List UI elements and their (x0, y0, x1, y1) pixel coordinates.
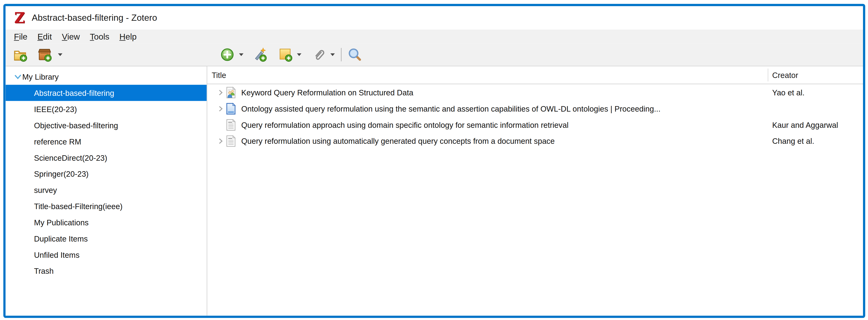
sidebar-item-label: survey (34, 185, 57, 194)
menu-view[interactable]: View (57, 31, 85, 42)
toolbar-separator (341, 48, 341, 61)
item-creator: Yao et al. (772, 88, 805, 96)
sidebar-item-sciencedirect-20-23-[interactable]: ScienceDirect(20-23) (5, 149, 207, 166)
new-note-button[interactable] (278, 48, 292, 62)
menu-help[interactable]: Help (114, 31, 142, 42)
column-header-title[interactable]: Title (212, 70, 226, 79)
new-note-dropdown-arrow-icon[interactable] (296, 53, 302, 57)
sidebar-item-label: Duplicate Items (34, 234, 88, 243)
sidebar-item-duplicate-items[interactable]: Duplicate Items (5, 230, 207, 246)
sidebar-item-my-publications[interactable]: My Publications (5, 214, 207, 230)
menu-bar: FileEditViewToolsHelp (5, 30, 863, 43)
menu-edit[interactable]: Edit (32, 31, 57, 42)
item-creator: Kaur and Aggarwal (772, 120, 838, 129)
items-list: Keyword Query Reformulation on Structure… (207, 84, 863, 149)
sidebar-item-label: Trash (34, 266, 54, 275)
toolbar (5, 43, 863, 66)
sidebar-item-title-based-filtering-ieee-[interactable]: Title-based-Filtering(ieee) (5, 198, 207, 214)
chevron-right-icon[interactable] (217, 137, 225, 145)
collections-pane: My LibraryAbstract-based-filteringIEEE(2… (5, 66, 207, 316)
add-attachment-dropdown-arrow-icon[interactable] (330, 53, 335, 57)
zotero-window: Z Abstract-based-filtering - Zotero File… (3, 4, 865, 318)
menu-file[interactable]: File (9, 31, 32, 42)
column-header-creator[interactable]: Creator (772, 70, 798, 79)
item-row[interactable]: Ontology assisted query reformulation us… (207, 100, 863, 117)
sidebar-item-survey[interactable]: survey (5, 182, 207, 198)
item-creator: Chang et al. (772, 136, 814, 145)
sidebar-item-label: Springer(20-23) (34, 169, 89, 178)
new-library-button[interactable] (37, 48, 52, 62)
chevron-right-icon[interactable] (217, 105, 225, 113)
item-title: Ontology assisted query reformulation us… (241, 104, 660, 113)
sidebar-item-unfiled-items[interactable]: Unfiled Items (5, 246, 207, 263)
add-attachment-button[interactable] (312, 48, 327, 62)
sidebar-item-my-library[interactable]: My Library (5, 69, 207, 85)
conference-paper-icon (225, 86, 237, 99)
window-title: Abstract-based-filtering - Zotero (32, 13, 157, 23)
sidebar-item-label: Title-based-Filtering(ieee) (34, 202, 123, 210)
sidebar-item-label: My Publications (34, 218, 89, 227)
new-library-dropdown-arrow-icon[interactable] (57, 53, 63, 57)
menu-tools[interactable]: Tools (85, 31, 114, 42)
sidebar-item-abstract-based-filtering[interactable]: Abstract-based-filtering (5, 85, 207, 101)
new-item-button[interactable] (220, 48, 235, 62)
sidebar-item-label: Objective-based-filtering (34, 121, 118, 129)
sidebar-item-trash[interactable]: Trash (5, 263, 207, 279)
item-title: Query reformulation approach using domai… (241, 120, 568, 129)
items-list-header: Title Creator (207, 66, 863, 84)
add-by-identifier-button[interactable] (252, 48, 267, 62)
item-row[interactable]: Query reformulation approach using domai… (207, 117, 863, 133)
zotero-logo-icon: Z (12, 10, 27, 26)
sidebar-item-springer-20-23-[interactable]: Springer(20-23) (5, 166, 207, 182)
sidebar-item-label: reference RM (34, 137, 81, 146)
sidebar-item-label: Abstract-based-filtering (34, 88, 114, 97)
journal-article-icon (225, 118, 237, 132)
chevron-down-icon[interactable] (13, 72, 22, 81)
webpage-icon (225, 102, 237, 115)
sidebar-item-reference-rm[interactable]: reference RM (5, 133, 207, 149)
items-pane: Title Creator Keyword Query Reformulatio… (207, 66, 863, 316)
sidebar-item-label: Unfiled Items (34, 250, 80, 259)
sidebar-item-ieee-20-23-[interactable]: IEEE(20-23) (5, 101, 207, 117)
sidebar-item-label: ScienceDirect(20-23) (34, 153, 107, 162)
main-area: My LibraryAbstract-based-filteringIEEE(2… (5, 66, 863, 316)
journal-article-icon (225, 134, 237, 148)
item-title: Query reformulation using automatically … (241, 136, 555, 145)
item-row[interactable]: Query reformulation using automatically … (207, 133, 863, 149)
page: Z Abstract-based-filtering - Zotero File… (0, 0, 868, 320)
title-bar: Z Abstract-based-filtering - Zotero (5, 6, 863, 30)
advanced-search-button[interactable] (347, 48, 362, 62)
twisty-spacer (217, 121, 225, 128)
item-title: Keyword Query Reformulation on Structure… (241, 88, 413, 96)
sidebar-item-objective-based-filtering[interactable]: Objective-based-filtering (5, 117, 207, 133)
chevron-right-icon[interactable] (217, 88, 225, 96)
new-collection-button[interactable] (13, 48, 27, 62)
item-row[interactable]: Keyword Query Reformulation on Structure… (207, 84, 863, 100)
new-item-dropdown-arrow-icon[interactable] (239, 53, 244, 57)
sidebar-item-label: My Library (22, 72, 59, 81)
sidebar-item-label: IEEE(20-23) (34, 105, 77, 114)
column-divider[interactable] (768, 69, 768, 82)
